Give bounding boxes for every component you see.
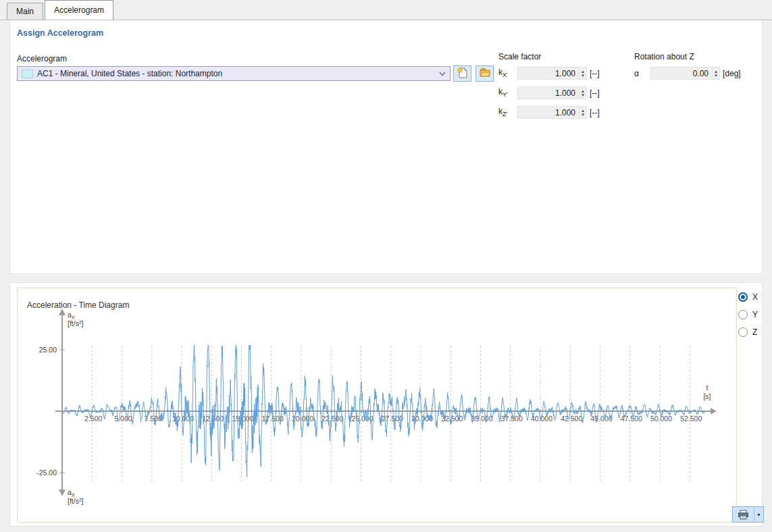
radio-y[interactable]: Y xyxy=(738,310,767,319)
kx-label: kX' xyxy=(498,68,517,78)
print-button[interactable]: ▼ xyxy=(732,506,764,523)
accelerogram-color-swatch xyxy=(22,70,33,78)
svg-text:t: t xyxy=(706,383,709,392)
spinner-down-icon: ▼ xyxy=(581,113,585,117)
kz-spinner[interactable]: ▲▼ xyxy=(580,106,587,119)
scale-row-kx: kX' 1.000 ▲▼ [--] xyxy=(498,67,600,80)
acceleration-time-chart: Acceleration - Time Diagram 25.00-25.00a… xyxy=(17,288,737,523)
edit-accelerogram-button[interactable] xyxy=(475,65,494,82)
tab-accelerogram[interactable]: Accelerogram xyxy=(45,0,113,20)
scale-row-ky: kY' 1.000 ▲▼ [--] xyxy=(498,86,600,99)
svg-text:52.500: 52.500 xyxy=(680,415,702,423)
tab-main[interactable]: Main xyxy=(7,3,43,20)
radio-y-label: Y xyxy=(752,310,758,319)
kx-unit: [--] xyxy=(590,69,600,78)
svg-text:[ft/s²]: [ft/s²] xyxy=(68,319,83,327)
radio-z-label: Z xyxy=(752,327,757,337)
ky-input[interactable]: 1.000 xyxy=(517,86,580,99)
svg-text:-25.00: -25.00 xyxy=(36,469,57,477)
accelerogram-waveform-svg: 25.00-25.00aX[ft/s²]aX[ft/s²]t[s]2.5005.… xyxy=(18,288,736,522)
alpha-spinner[interactable]: ▲▼ xyxy=(713,67,720,80)
svg-text:45.000: 45.000 xyxy=(590,415,612,423)
scale-factor-heading: Scale factor xyxy=(498,52,541,61)
spinner-down-icon: ▼ xyxy=(581,74,585,78)
radio-x-label: X xyxy=(752,292,758,302)
diagram-panel: Acceleration - Time Diagram 25.00-25.00a… xyxy=(9,282,763,527)
radio-y-indicator xyxy=(738,310,748,319)
section-heading: Assign Accelerogram xyxy=(17,28,103,38)
spinner-down-icon: ▼ xyxy=(714,74,718,78)
kz-label: kZ' xyxy=(498,107,517,117)
svg-text:25.00: 25.00 xyxy=(39,346,57,354)
radio-x-indicator xyxy=(738,292,748,302)
alpha-input[interactable]: 0.00 xyxy=(650,67,713,80)
chart-title: Acceleration - Time Diagram xyxy=(27,300,129,310)
rotation-heading: Rotation about Z xyxy=(634,52,694,61)
svg-text:35.000: 35.000 xyxy=(471,415,492,423)
print-options-arrow[interactable]: ▼ xyxy=(754,507,763,522)
rotation-row: α 0.00 ▲▼ [deg] xyxy=(634,67,741,80)
printer-icon xyxy=(733,507,754,522)
kx-spinner[interactable]: ▲▼ xyxy=(580,67,587,80)
alpha-label: α xyxy=(634,69,650,78)
svg-text:42.500: 42.500 xyxy=(561,415,582,423)
component-radio-group: X Y Z xyxy=(738,292,767,345)
scale-row-kz: kZ' 1.000 ▲▼ [--] xyxy=(498,106,600,119)
accelerogram-field-label: Accelerogram xyxy=(17,54,67,63)
kz-input[interactable]: 1.000 xyxy=(517,106,580,119)
assign-accelerogram-panel: Assign Accelerogram Accelerogram AC1 - M… xyxy=(9,20,763,274)
accelerogram-dropdown[interactable]: AC1 - Mineral, United States - station: … xyxy=(17,66,451,81)
svg-text:25.000: 25.000 xyxy=(351,415,373,423)
ky-label: kY' xyxy=(498,87,517,98)
new-accelerogram-button[interactable] xyxy=(453,65,471,82)
tab-bar: Main Accelerogram xyxy=(0,0,772,20)
tab-accelerogram-label: Accelerogram xyxy=(54,5,104,15)
radio-x[interactable]: X xyxy=(738,292,767,302)
edit-accelerogram-icon xyxy=(479,67,491,81)
radio-z-indicator xyxy=(738,327,748,337)
kz-unit: [--] xyxy=(590,108,600,117)
svg-text:[ft/s²]: [ft/s²] xyxy=(68,497,83,505)
accelerogram-dropdown-value: AC1 - Mineral, United States - station: … xyxy=(37,69,435,78)
svg-text:[s]: [s] xyxy=(703,392,711,400)
ky-unit: [--] xyxy=(590,88,600,98)
new-accelerogram-icon xyxy=(457,67,469,81)
svg-text:2.500: 2.500 xyxy=(84,415,102,423)
ky-spinner[interactable]: ▲▼ xyxy=(580,86,587,99)
alpha-unit: [deg] xyxy=(723,69,741,78)
kx-input[interactable]: 1.000 xyxy=(517,67,580,80)
chevron-down-icon xyxy=(439,72,446,76)
spinner-down-icon: ▼ xyxy=(581,93,585,97)
tab-main-label: Main xyxy=(16,7,34,16)
svg-text:22.500: 22.500 xyxy=(321,415,343,423)
radio-z[interactable]: Z xyxy=(738,327,767,337)
